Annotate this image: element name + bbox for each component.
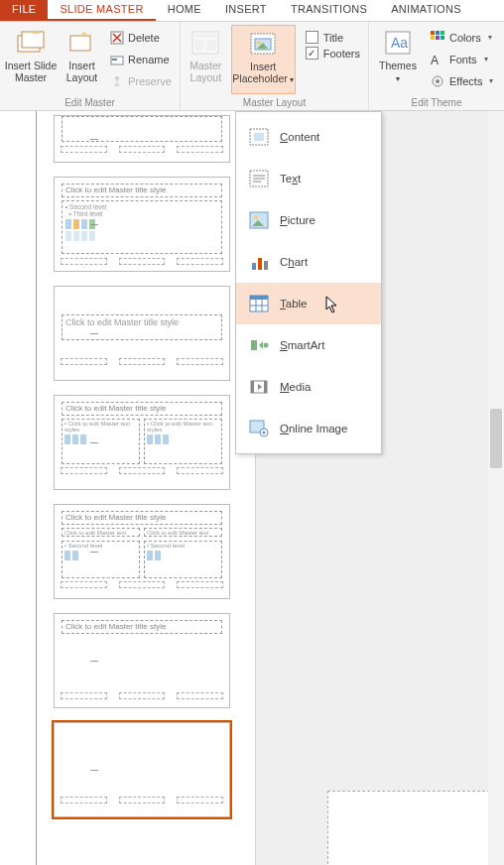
layout-thumbnail[interactable] — [54, 115, 230, 163]
svg-rect-35 — [264, 261, 268, 270]
menu-item-content[interactable]: Content — [236, 116, 381, 158]
title-placeholder: Click to edit Master title style — [62, 511, 222, 525]
chevron-down-icon: ▾ — [489, 76, 493, 85]
tab-animations[interactable]: ANIMATIONS — [379, 0, 473, 21]
svg-rect-16 — [431, 31, 435, 35]
text-icon — [248, 168, 270, 189]
svg-rect-2 — [70, 36, 90, 51]
delete-icon — [110, 31, 124, 45]
slide-thumbnails-panel[interactable]: Click to edit Master title style • Secon… — [0, 111, 256, 865]
tab-transitions[interactable]: TRANSITIONS — [279, 0, 379, 21]
svg-rect-18 — [441, 31, 444, 35]
picture-icon — [248, 209, 270, 231]
svg-rect-33 — [252, 263, 256, 270]
insert-placeholder-button[interactable]: Insert Placeholder ▾ — [231, 25, 296, 94]
menu-item-online-image[interactable]: Online Image — [236, 408, 381, 449]
group-label-edit-theme: Edit Theme — [373, 96, 500, 110]
group-master-layout: Master Layout Insert Placeholder ▾ Title… — [181, 22, 369, 110]
group-edit-master: Insert Slide Master Insert Layout Delete… — [0, 22, 181, 110]
insert-slide-master-button[interactable]: Insert Slide Master — [4, 25, 58, 94]
online-image-icon — [248, 418, 270, 439]
fonts-icon: A — [431, 53, 444, 66]
menu-item-table[interactable]: Table — [236, 283, 381, 324]
svg-rect-34 — [258, 258, 262, 270]
svg-rect-41 — [251, 340, 257, 350]
scrollbar-thumb[interactable] — [490, 409, 502, 468]
checkbox-icon — [306, 31, 318, 44]
layout-thumbnail[interactable]: Click to edit Master title style — [54, 286, 230, 381]
smartart-icon — [248, 334, 270, 356]
themes-button[interactable]: Aa Themes▾ — [373, 25, 423, 94]
menu-item-text[interactable]: Text — [236, 158, 381, 199]
tab-slide-master[interactable]: SLIDE MASTER — [48, 0, 155, 21]
menu-item-smartart[interactable]: SmartArt — [236, 324, 381, 366]
preserve-icon — [110, 74, 124, 88]
menu-item-picture[interactable]: Picture — [236, 199, 381, 241]
insert-layout-button[interactable]: Insert Layout — [62, 25, 102, 94]
svg-rect-5 — [112, 59, 117, 61]
svg-rect-9 — [194, 40, 204, 51]
svg-rect-44 — [251, 381, 254, 393]
tab-file[interactable]: FILE — [0, 0, 48, 21]
svg-rect-20 — [436, 36, 440, 40]
tab-home[interactable]: HOME — [156, 0, 213, 21]
layout-thumbnail-selected[interactable] — [54, 722, 230, 817]
hierarchy-line — [36, 111, 37, 865]
svg-point-6 — [115, 76, 119, 80]
svg-point-42 — [264, 343, 269, 348]
media-icon — [248, 376, 270, 398]
layout-thumbnail[interactable]: Click to edit Master title style — [54, 613, 230, 708]
title-checkbox[interactable]: Title — [306, 31, 360, 44]
chart-icon — [248, 251, 270, 273]
insert-placeholder-menu: Content Text Picture Chart Table SmartAr… — [235, 111, 382, 454]
delete-button[interactable]: Delete — [106, 27, 176, 48]
colors-button[interactable]: Colors▾ — [427, 27, 497, 48]
slide-master-icon — [15, 28, 47, 58]
group-edit-theme: Aa Themes▾ Colors▾ A Fonts▾ Effects▾ — [369, 22, 504, 110]
svg-point-24 — [436, 79, 440, 83]
edit-master-small-buttons: Delete Rename Preserve — [106, 25, 176, 91]
checkbox-icon: ✓ — [306, 47, 318, 60]
svg-rect-26 — [254, 133, 264, 141]
rename-button[interactable]: Rename — [106, 49, 176, 69]
chevron-down-icon: ▾ — [488, 33, 492, 42]
layout-thumbnail[interactable]: Click to edit Master title style • Secon… — [54, 177, 230, 272]
slide-edit-area[interactable] — [327, 791, 504, 865]
content-icon — [248, 126, 270, 148]
svg-point-13 — [257, 41, 261, 45]
svg-rect-8 — [194, 34, 216, 38]
layout-icon — [65, 28, 97, 58]
chevron-down-icon: ▾ — [288, 75, 294, 84]
preserve-button[interactable]: Preserve — [106, 70, 176, 91]
ribbon: Insert Slide Master Insert Layout Delete… — [0, 22, 504, 111]
ribbon-tabs: FILE SLIDE MASTER HOME INSERT TRANSITION… — [0, 0, 504, 22]
menu-item-chart[interactable]: Chart — [236, 241, 381, 283]
svg-rect-1 — [22, 32, 44, 48]
svg-rect-10 — [206, 40, 216, 51]
chevron-down-icon: ▾ — [484, 55, 488, 63]
svg-rect-17 — [436, 31, 440, 35]
svg-rect-37 — [250, 296, 268, 300]
svg-point-48 — [263, 432, 266, 434]
fonts-button[interactable]: A Fonts▾ — [427, 49, 497, 69]
svg-text:A: A — [431, 54, 439, 66]
tab-insert[interactable]: INSERT — [213, 0, 279, 21]
footers-checkbox[interactable]: ✓ Footers — [306, 47, 360, 60]
group-label-master-layout: Master Layout — [185, 96, 364, 110]
themes-icon: Aa — [382, 28, 414, 58]
svg-rect-45 — [264, 381, 267, 393]
layout-thumbnail[interactable]: Click to edit Master title style Click t… — [54, 504, 230, 599]
chevron-down-icon: ▾ — [396, 74, 400, 83]
effects-button[interactable]: Effects▾ — [427, 70, 497, 91]
title-placeholder: Click to edit Master title style — [62, 402, 222, 416]
svg-text:Aa: Aa — [391, 35, 408, 51]
svg-rect-21 — [441, 36, 444, 40]
title-placeholder: Click to edit Master title style — [62, 620, 222, 634]
scrollbar-vertical[interactable] — [488, 111, 504, 865]
colors-icon — [431, 31, 444, 45]
menu-item-media[interactable]: Media — [236, 366, 381, 408]
layout-thumbnail[interactable]: Click to edit Master title style • Click… — [54, 395, 230, 490]
svg-rect-19 — [431, 36, 435, 40]
master-layout-button[interactable]: Master Layout — [185, 25, 227, 94]
title-placeholder: Click to edit Master title style — [62, 184, 222, 197]
